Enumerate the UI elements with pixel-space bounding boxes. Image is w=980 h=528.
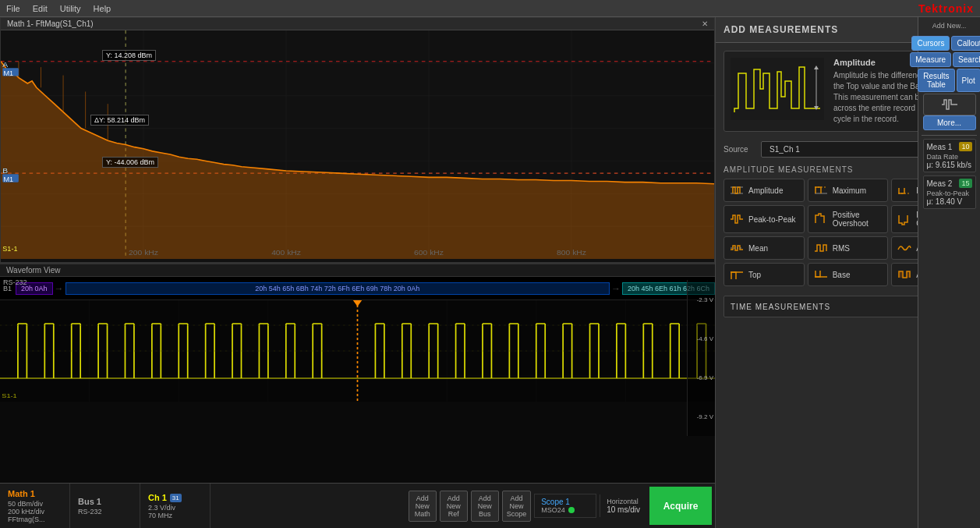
- ch1-channel[interactable]: Ch 1 31 2.3 V/div 70 MHz: [140, 484, 211, 528]
- amplitude-icon: [729, 184, 745, 197]
- add-new-bus-btn[interactable]: Add New Bus: [471, 491, 499, 522]
- scope-status-dot: [568, 507, 575, 513]
- meas2-name: Peak-to-Peak: [927, 190, 972, 197]
- menu-file[interactable]: File: [6, 4, 20, 13]
- annotation-y2: Y: -44.006 dBm: [102, 157, 158, 168]
- voltage-indicators: -2.3 V -4.6 V -6.9 V -9.2 V: [687, 280, 715, 436]
- menu-edit[interactable]: Edit: [33, 4, 48, 13]
- search-btn[interactable]: Search: [953, 52, 980, 67]
- plot-btn[interactable]: Plot: [957, 69, 980, 92]
- results-table-btn[interactable]: Results Table: [918, 69, 954, 92]
- meas1-tag: 10: [959, 142, 971, 151]
- menubar: File Edit Utility Help Tektronix: [0, 0, 980, 17]
- minimum-icon: [897, 184, 912, 197]
- source-select[interactable]: S1_Ch 1: [761, 141, 932, 158]
- scope-display: 200 kHz 400 kHz 600 kHz 800 kHz A M1 B M…: [1, 30, 714, 259]
- meas-rms-label: RMS: [833, 244, 850, 253]
- svg-text:M1: M1: [3, 69, 13, 77]
- svg-text:S1-1: S1-1: [2, 245, 17, 253]
- callout-btn[interactable]: Callout: [951, 36, 980, 51]
- base-icon: [813, 268, 829, 281]
- waveform-icon: [940, 97, 959, 112]
- rms-icon: [813, 242, 829, 254]
- math1-line1: 50 dBm/div: [8, 500, 62, 508]
- rs232-label: RS-232: [3, 278, 27, 286]
- menu-help[interactable]: Help: [94, 4, 111, 13]
- ch1-line2: 70 MHz: [148, 512, 202, 519]
- acquire-button[interactable]: Acquire: [649, 487, 712, 525]
- icon-btn-wave[interactable]: [923, 94, 976, 115]
- meas-base[interactable]: Base: [808, 263, 889, 286]
- time-section-title: TIME MEASUREMENTS: [731, 303, 830, 311]
- main-layout: Math 1- FftMag(S1_Ch1) ✕: [0, 17, 980, 528]
- horizontal-info[interactable]: Horizontal 10 ms/div: [600, 494, 646, 517]
- preview-waveform-svg: [731, 58, 824, 120]
- scope-info[interactable]: Scope 1 MSO24: [534, 494, 596, 518]
- scope-model: MSO24: [541, 506, 565, 514]
- ch1-label: Ch 1: [148, 493, 167, 502]
- meas-amplitude[interactable]: Amplitude: [724, 179, 805, 202]
- svg-text:M1: M1: [3, 175, 13, 183]
- cursors-callout-row: Cursors Callout: [911, 36, 980, 51]
- cursors-btn[interactable]: Cursors: [911, 36, 950, 51]
- svg-text:600 kHz: 600 kHz: [414, 248, 444, 257]
- add-new-ref-btn[interactable]: Add New Ref: [440, 491, 468, 522]
- meas1-name: Data Rate: [927, 153, 972, 161]
- waveform-svg: S1-1: [0, 300, 715, 402]
- math1-channel[interactable]: Math 1 50 dBm/div 200 kHz/div FFtmag(S..…: [0, 484, 70, 528]
- meas-peak-to-peak-label: Peak-to-Peak: [748, 215, 796, 224]
- scope-top-titlebar: Math 1- FftMag(S1_Ch1) ✕: [1, 18, 714, 30]
- measure-search-row: Measure Search: [910, 52, 980, 67]
- bottom-bar: Math 1 50 dBm/div 200 kHz/div FFtmag(S..…: [0, 483, 715, 528]
- scope-close-btn[interactable]: ✕: [702, 19, 708, 28]
- meas1-badge[interactable]: Meas 1 10 Data Rate μ: 9.615 kb/s: [923, 139, 976, 172]
- bus1-sub: RS-232: [78, 508, 132, 516]
- mean-icon: [729, 242, 745, 254]
- meas-peak-to-peak[interactable]: Peak-to-Peak: [724, 205, 805, 233]
- meas-pos-overshoot[interactable]: Positive Overshoot: [808, 205, 889, 233]
- meas2-value: μ: 18.40 V: [927, 197, 972, 206]
- svg-text:S1-1: S1-1: [2, 392, 17, 399]
- neg-overshoot-icon: [897, 213, 912, 225]
- add-new-math-btn[interactable]: Add New Math: [409, 491, 437, 522]
- svg-text:400 kHz: 400 kHz: [271, 248, 301, 257]
- meas-maximum[interactable]: Maximum: [808, 179, 889, 202]
- bus-data-row: B1 20h 0Ah → 20h 54h 65h 6Bh 74h 72h 6Fh…: [0, 277, 715, 300]
- annotation-y1: Y: 14.208 dBm: [102, 50, 156, 61]
- meas-pos-overshoot-label: Positive Overshoot: [833, 211, 883, 228]
- add-new-scope-btn[interactable]: Add New Scope: [502, 491, 532, 522]
- svg-text:800 kHz: 800 kHz: [557, 248, 586, 257]
- svg-text:B: B: [2, 167, 8, 175]
- meas2-badge[interactable]: Meas 2 15 Peak-to-Peak μ: 18.40 V: [923, 175, 976, 209]
- top-icon: [729, 268, 745, 281]
- scope-grid: 200 kHz 400 kHz 600 kHz 800 kHz A M1 B M…: [1, 30, 714, 259]
- svg-rect-126: [729, 184, 745, 197]
- menu-utility[interactable]: Utility: [60, 4, 81, 13]
- horiz-value: 10 ms/div: [607, 505, 640, 514]
- meas-mean[interactable]: Mean: [724, 236, 805, 260]
- scope-title-text: Math 1- FftMag(S1_Ch1): [7, 19, 94, 28]
- add-new-group: Add New...: [922, 22, 977, 31]
- ac-rms-icon: [897, 242, 912, 254]
- meas-amplitude-label: Amplitude: [748, 186, 783, 195]
- svg-text:200 kHz: 200 kHz: [129, 248, 158, 257]
- meas2-tag: 15: [959, 179, 971, 188]
- meas-maximum-label: Maximum: [833, 186, 866, 195]
- brand-logo: Tektronix: [918, 2, 974, 15]
- more-btn[interactable]: More...: [923, 115, 976, 130]
- meas-top[interactable]: Top: [724, 263, 805, 286]
- meas-rms[interactable]: RMS: [808, 236, 889, 260]
- annotation-dy: ΔY: 58.214 dBm: [90, 115, 149, 126]
- measure-btn[interactable]: Measure: [910, 52, 951, 67]
- scope-area: Math 1- FftMag(S1_Ch1) ✕: [0, 17, 715, 528]
- scope-top-window: Math 1- FftMag(S1_Ch1) ✕: [0, 17, 715, 263]
- meas1-value: μ: 9.615 kb/s: [927, 161, 972, 169]
- add-new-label: Add New...: [922, 22, 977, 30]
- svg-marker-146: [899, 271, 903, 278]
- bus1-channel[interactable]: Bus 1 RS-232: [70, 484, 140, 528]
- meas-base-label: Base: [833, 271, 851, 279]
- waveform-svg-area: S1-1 -40 ms -30 ms -20 ms -10 ms 0s 10 m…: [0, 300, 715, 402]
- panel-title: ADD MEASUREMENTS: [724, 24, 838, 35]
- bottom-actions: Add New Math Add New Ref Add New Bus Add…: [405, 484, 715, 528]
- ch1-line1: 2.3 V/div: [148, 504, 202, 512]
